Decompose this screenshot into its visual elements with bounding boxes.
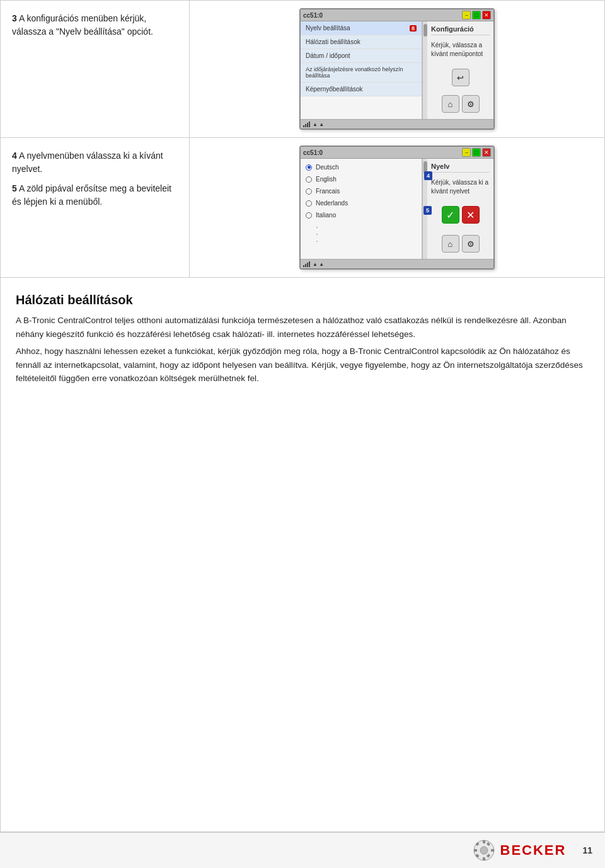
home-icon-2[interactable]: ⌂ bbox=[442, 235, 459, 253]
section-heading: Hálózati beállítások bbox=[16, 293, 589, 307]
radio-francais bbox=[306, 188, 312, 195]
step3-right: cc51:0 － □ ✕ Nyelv beállítása 8 bbox=[190, 1, 604, 137]
radio-nederlands bbox=[306, 200, 312, 207]
lang-label-italiano: Italiano bbox=[316, 212, 336, 219]
settings-icon-2[interactable]: ⚙ bbox=[462, 235, 480, 253]
section-paragraph-2: Ahhoz, hogy használni lehessen ezeket a … bbox=[16, 345, 589, 385]
step45-right: cc51:0 － □ ✕ Deutsch bbox=[190, 138, 604, 277]
device1-home-row: ⌂ ⚙ bbox=[431, 93, 490, 115]
device1-title: cc51:0 bbox=[303, 12, 323, 19]
radio-italiano bbox=[306, 212, 312, 219]
minimize-button-1[interactable]: － bbox=[462, 11, 471, 20]
device1-side-text: Kérjük, válassza a kívánt menüpontot bbox=[431, 41, 490, 59]
settings-icon-1[interactable]: ⚙ bbox=[462, 95, 480, 113]
maximize-button-2[interactable]: □ bbox=[472, 148, 481, 157]
maximize-button-1[interactable]: □ bbox=[472, 11, 481, 20]
device-window-2: cc51:0 － □ ✕ Deutsch bbox=[299, 146, 495, 270]
svg-rect-5 bbox=[491, 849, 494, 852]
minimize-button-2[interactable]: － bbox=[462, 148, 471, 157]
svg-rect-3 bbox=[483, 857, 485, 860]
device2-home-row: ⌂ ⚙ bbox=[431, 232, 490, 255]
step5-text: 5 A zöld pipával erősítse meg a bevitele… bbox=[12, 182, 178, 208]
titlebar-buttons-1: － □ ✕ bbox=[462, 11, 491, 20]
close-button-2[interactable]: ✕ bbox=[482, 148, 491, 157]
menu-item-language[interactable]: Nyelv beállítása 8 bbox=[301, 21, 422, 35]
device2-titlebar: cc51:0 － □ ✕ bbox=[301, 147, 493, 159]
device1-side-panel: Konfiguráció Kérjük, válassza a kívánt m… bbox=[427, 21, 493, 119]
menu-item-screen[interactable]: Képernyőbeállítások bbox=[301, 83, 422, 96]
scroll-indicator-1 bbox=[422, 21, 427, 119]
lang-item-nederlands[interactable]: Nederlands bbox=[301, 197, 422, 209]
device1-statusbar: ▲ ▲ bbox=[301, 119, 493, 128]
device2-title: cc51:0 bbox=[303, 149, 323, 156]
close-button-1[interactable]: ✕ bbox=[482, 11, 491, 20]
step4-text: 4 A nyelvmenüben válassza ki a kívánt ny… bbox=[12, 149, 178, 176]
badge-4: 4 bbox=[424, 171, 432, 180]
step3-left: 3 A konfigurációs menüben kérjük, válass… bbox=[1, 1, 190, 137]
device2-action-area: 5 ✓ ✕ bbox=[431, 203, 490, 226]
device2-side-panel: Nyelv Kérjük, válassza ki a kívánt nyelv… bbox=[427, 159, 493, 259]
device-window-1: cc51:0 － □ ✕ Nyelv beállítása 8 bbox=[299, 8, 495, 130]
device2-side-title: Nyelv bbox=[431, 163, 490, 173]
lang-label-francais: Francais bbox=[316, 188, 340, 195]
device2-body: Deutsch English Francais Nederlands bbox=[301, 159, 493, 259]
lang-label-nederlands: Nederlands bbox=[316, 200, 348, 207]
device2-confirm-row: ✓ ✕ bbox=[431, 203, 490, 226]
signal-icon-1 bbox=[303, 121, 310, 127]
section-paragraph-1: A B-Tronic CentralControl teljes otthoni… bbox=[16, 314, 589, 341]
radio-english bbox=[306, 176, 312, 183]
home-icon-1[interactable]: ⌂ bbox=[442, 95, 459, 113]
lang-label-english: English bbox=[316, 176, 337, 183]
step5-label: 5 bbox=[12, 183, 17, 193]
dots-area: · · · bbox=[301, 221, 422, 248]
content-section: Hálózati beállítások A B-Tronic CentralC… bbox=[0, 278, 605, 832]
badge-5: 5 bbox=[424, 206, 432, 215]
device1-menu-list: Nyelv beállítása 8 Hálózati beállítások … bbox=[301, 21, 422, 119]
bottom-top-section: 4 A nyelvmenüben válassza ki a kívánt ny… bbox=[0, 137, 605, 278]
step4-label: 4 bbox=[12, 151, 17, 161]
titlebar-buttons-2: － □ ✕ bbox=[462, 148, 491, 157]
menu-badge-language: 8 bbox=[410, 25, 417, 31]
svg-rect-4 bbox=[474, 849, 477, 852]
footer-logo: BECKER bbox=[473, 839, 567, 862]
lang-item-francais[interactable]: Francais bbox=[301, 185, 422, 197]
scroll-thumb-1 bbox=[424, 24, 427, 37]
step3-text: 3 A konfigurációs menüben kérjük, válass… bbox=[12, 12, 178, 38]
becker-gear-icon bbox=[473, 839, 495, 862]
svg-rect-2 bbox=[483, 840, 485, 843]
device2-statusbar: ▲ ▲ bbox=[301, 259, 493, 268]
top-section: 3 A konfigurációs menüben kérjük, válass… bbox=[0, 0, 605, 137]
step3-label: 3 bbox=[12, 13, 17, 23]
menu-item-network[interactable]: Hálózati beállítások bbox=[301, 35, 422, 49]
device2-side-text: Kérjük, válassza ki a kívánt nyelvet bbox=[431, 178, 490, 196]
lang-item-english[interactable]: English bbox=[301, 173, 422, 185]
lang-item-italiano[interactable]: Italiano bbox=[301, 209, 422, 221]
signal-icon-2 bbox=[303, 261, 310, 267]
radio-deutsch bbox=[306, 164, 312, 171]
device1-titlebar: cc51:0 － □ ✕ bbox=[301, 9, 493, 21]
status-text-2: ▲ ▲ bbox=[313, 261, 324, 267]
cancel-button[interactable]: ✕ bbox=[462, 206, 480, 224]
step45-left: 4 A nyelvmenüben válassza ki a kívánt ny… bbox=[1, 138, 190, 277]
lang-label-deutsch: Deutsch bbox=[316, 164, 339, 171]
device1-side-title: Konfiguráció bbox=[431, 25, 490, 35]
brand-name: BECKER bbox=[500, 842, 567, 859]
device1-body: Nyelv beállítása 8 Hálózati beállítások … bbox=[301, 21, 493, 119]
device2-lang-list: Deutsch English Francais Nederlands bbox=[301, 159, 422, 259]
page-wrapper: 3 A konfigurációs menüben kérjük, válass… bbox=[0, 0, 605, 868]
menu-item-datetime[interactable]: Dátum / időpont bbox=[301, 49, 422, 63]
device1-nav-row: ↩ bbox=[431, 66, 490, 89]
page-footer: BECKER 11 bbox=[0, 832, 605, 868]
status-text-1: ▲ ▲ bbox=[313, 122, 324, 127]
lang-item-deutsch[interactable]: Deutsch bbox=[301, 161, 422, 173]
confirm-button[interactable]: ✓ bbox=[442, 206, 459, 224]
svg-point-1 bbox=[480, 847, 488, 854]
page-number: 11 bbox=[582, 845, 592, 855]
back-icon-1[interactable]: ↩ bbox=[452, 69, 470, 86]
menu-item-weather[interactable]: Az időjárásjelzésre vonatkozó helyszín b… bbox=[301, 63, 422, 83]
